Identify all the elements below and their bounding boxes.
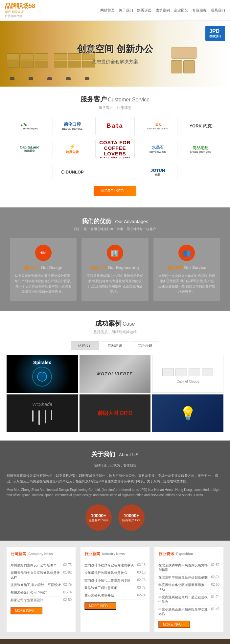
news-item[interactable]: 商业装修从哪里开始02-74: [84, 592, 146, 600]
customer-logo-york: YORK 约克: [181, 117, 220, 135]
news-item[interactable]: 在北京中华展位最新评价创造赢赚02-74: [158, 574, 219, 581]
news-col-company: 公司新闻 Company News 郑州最好的室内设计公司是哪？02-75 郑州…: [7, 547, 76, 632]
news-text: 在北京中华展位最新评价创造赢赚: [158, 575, 208, 580]
nav-cases[interactable]: 成功案例: [155, 8, 170, 13]
dunlop-text: ⬡ DUNLOP: [61, 170, 84, 174]
about-title-en: About US: [119, 452, 139, 457]
cases-subtitle: 坚持品质，用精细精神做精: [7, 330, 223, 335]
news-section: 公司新闻 Company News 郑州最好的室内设计公司是哪？02-75 郑州…: [0, 541, 230, 639]
exposition-news-zh: 行业资讯: [158, 551, 174, 556]
news-item[interactable]: 郑州最好的室内设计公司是哪？02-75: [11, 562, 72, 569]
tab-website[interactable]: 网站建设: [101, 341, 129, 350]
news-item[interactable]: 年度商业展销会最后一届正在规模中举办01-74: [158, 594, 219, 606]
cases-title-zh: 成功案例: [95, 320, 122, 327]
case-item-hanlang[interactable]: 赫朗大时 DITO: [80, 394, 151, 432]
news-grid: 公司新闻 Company News 郑州最好的室内设计公司是哪？02-75 郑州…: [7, 547, 223, 632]
news-date: 03-16: [137, 563, 146, 568]
nav-team[interactable]: 企业团队: [174, 8, 188, 13]
adv-icon-design: ✏: [35, 245, 52, 261]
news-text: 那家公司专业酒店设计: [11, 598, 43, 603]
customers-title: 服务客户 Customer Service: [10, 95, 220, 104]
case-bulb-label: 💡: [180, 406, 196, 421]
tab-brand-design[interactable]: 品牌设计: [71, 341, 99, 350]
customers-subtitle: 服务客户，让您满意: [10, 105, 220, 110]
exposition-news-more[interactable]: MORE INFO →: [158, 621, 190, 628]
news-date: 02-74: [137, 593, 146, 598]
case-item-moto[interactable]: MOTOLIBERTE: [80, 355, 151, 393]
adv-card-service: 👥 精品服务 Our Service 当我们一次次建立出体的时候,我们提供服务已…: [153, 238, 220, 301]
about-stats: 10000+ 服务客户 Days 10000+ 招商客户 Hire: [7, 504, 223, 531]
news-text: 郑州最好的室内设计公司是哪？: [11, 563, 57, 568]
news-date: 03-13: [137, 571, 146, 575]
cases-title: 成功案例 Case: [7, 319, 223, 328]
nav-home[interactable]: 网站首页: [100, 8, 115, 13]
ios-text: ios: [147, 122, 169, 127]
jotun-text: JOTUN: [150, 168, 165, 173]
about-section: 关于我们 About US 做好行业，让我为，着使我我 郑州嘉顾建筑设计工程有限…: [0, 441, 230, 541]
spiralex-inner: [37, 372, 47, 382]
news-item[interactable]: 年度小展展会展示招募报名中欢迎光临01-46: [158, 606, 219, 618]
news-item[interactable]: 年度展销会华北区域最新展示推广活动02-50: [158, 581, 219, 594]
case-item-spiralex[interactable]: Spiralex: [7, 355, 78, 393]
company-news-more[interactable]: MORE INFO →: [11, 607, 42, 614]
news-item[interactable]: 那家公司专业酒店设计02-50: [11, 597, 72, 604]
adv-engineering-zh: 精品工程: [91, 265, 107, 270]
hero-badge[interactable]: JPD 在线预订: [205, 26, 225, 41]
customer-logo-delun: 德伦口腔 DELUN DENTAL: [53, 117, 92, 135]
chairs-row: [10, 77, 89, 80]
crystal-subtext: CRYSTAL CG: [150, 150, 166, 153]
news-date: 02-79: [63, 583, 72, 587]
customers-title-en: Customer Service: [108, 97, 150, 102]
crystal-text: 水晶石: [150, 145, 166, 150]
nav-familiar[interactable]: 熟悉诉讼: [137, 8, 151, 13]
news-item[interactable]: 今年最流行的装修风格是什么03-13: [84, 569, 146, 577]
news-item[interactable]: 提供装修施工,室内设计、平面设计02-79: [11, 581, 72, 589]
hero-content: 创意空间 创新办公 ——为您提供全套解决方案——: [77, 43, 153, 65]
case-item-bulb[interactable]: 💡: [152, 394, 223, 432]
adv-design-text: 从办公选址到精准的商务用途设计团队,每一个细节都为您的办公环境设计团队,每一个设…: [15, 273, 72, 294]
stat-service-num: 10000+: [91, 513, 106, 518]
advantages-grid: ✏ 精品设计 Our Design 从办公选址到精准的商务用途设计团队,每一个细…: [10, 238, 220, 301]
case-item-wshade[interactable]: WcShade: [7, 394, 78, 432]
industry-news-items: 室内设计小程序专业装修注意事项03-16 今年最流行的装修风格是什么03-13 …: [84, 562, 146, 600]
customers-title-zh: 服务客户: [80, 95, 107, 103]
logo-text[interactable]: 品牌职场58: [5, 2, 35, 10]
adv-card-design: ✏ 精品设计 Our Design 从办公选址到精准的商务用途设计团队,每一个细…: [10, 238, 77, 301]
life-subtext: Technologies: [21, 127, 38, 130]
news-text: 今年最流行的装修风格是什么: [84, 571, 127, 575]
customer-logo-bata: Bata: [95, 117, 135, 135]
news-date: 03-75: [137, 586, 146, 590]
nav-services[interactable]: 专业服务: [192, 8, 207, 13]
news-item[interactable]: 装修装修工程注意事项03-75: [84, 584, 146, 592]
news-item[interactable]: 室内设计小技巧工作室案例专区02-76: [84, 577, 146, 584]
dongli-text: 动风先锋: [66, 150, 79, 154]
life-text: life: [21, 122, 38, 127]
news-item[interactable]: 在北京成功举办年展首期设展览特别精彩02-82: [158, 562, 219, 574]
industry-news-more[interactable]: MORE INFO →: [84, 602, 116, 610]
news-text: 室内设计小程序专业装修注意事项: [84, 563, 134, 568]
stat-hire-label: 招商客户 Hire: [122, 518, 140, 523]
nav-contact[interactable]: 联系我们: [211, 8, 225, 13]
cases-grid: Spiralex MOTOLIBERTE Cabinet Clouds: [7, 355, 223, 432]
cabinet-cards: [159, 365, 217, 380]
adv-icon-service: 👥: [178, 245, 195, 261]
case-moto-label: MOTOLIBERTE: [97, 372, 133, 376]
york-text: YORK 约克: [189, 123, 211, 129]
news-item[interactable]: 郑州当代商务办公室装修风格是什么样01-82: [11, 569, 72, 581]
nav-about[interactable]: 关于我们: [119, 8, 133, 13]
customer-logo-crystal: 水晶石 CRYSTAL CG: [138, 140, 177, 158]
more-info-button[interactable]: MORE INFO →: [94, 186, 136, 196]
news-item[interactable]: 室内设计小程序专业装修注意事项03-16: [84, 562, 146, 569]
adv-service-zh: 精品服务: [167, 265, 183, 270]
news-date: 02-75: [63, 563, 72, 568]
tab-marketing[interactable]: 网络营销: [131, 341, 159, 350]
shangpin-text: 尚品宅配: [190, 145, 211, 151]
case-item-cabinet[interactable]: Cabinet Clouds: [152, 355, 223, 393]
adv-card-engineering: 🏢 精品工程 Our Engineering 工程质量是体现之一,我们承担您的最…: [81, 238, 148, 301]
customer-logo-life: life Technologies: [10, 117, 49, 135]
case-cabinet-label: Cabinet Clouds: [159, 380, 217, 383]
industry-news-zh: 行业新闻: [84, 551, 100, 556]
case-cabinet-content: Cabinet Clouds: [159, 365, 217, 383]
company-news-zh: 公司新闻: [11, 551, 26, 556]
news-item[interactable]: 郑州装修设计公司 "中式" 01-74: [11, 589, 72, 597]
